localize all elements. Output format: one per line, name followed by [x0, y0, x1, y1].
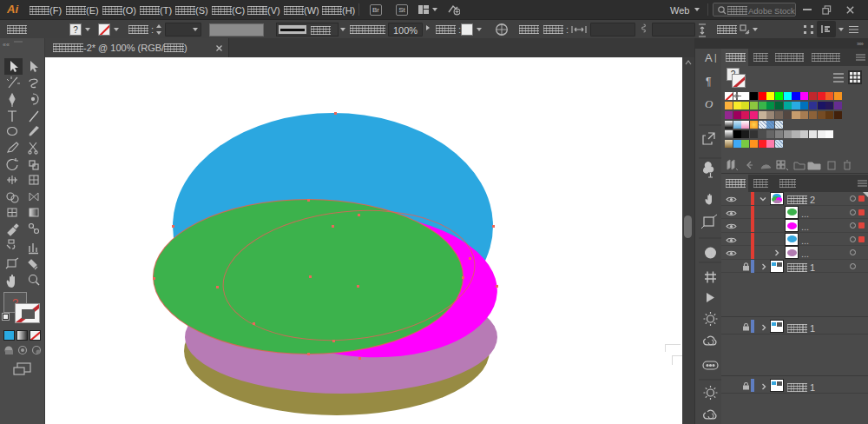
svg-text:A: A [705, 51, 713, 64]
svg-text:|: | [714, 53, 717, 63]
svg-text:¶: ¶ [706, 76, 711, 88]
svg-text:O: O [705, 97, 713, 110]
